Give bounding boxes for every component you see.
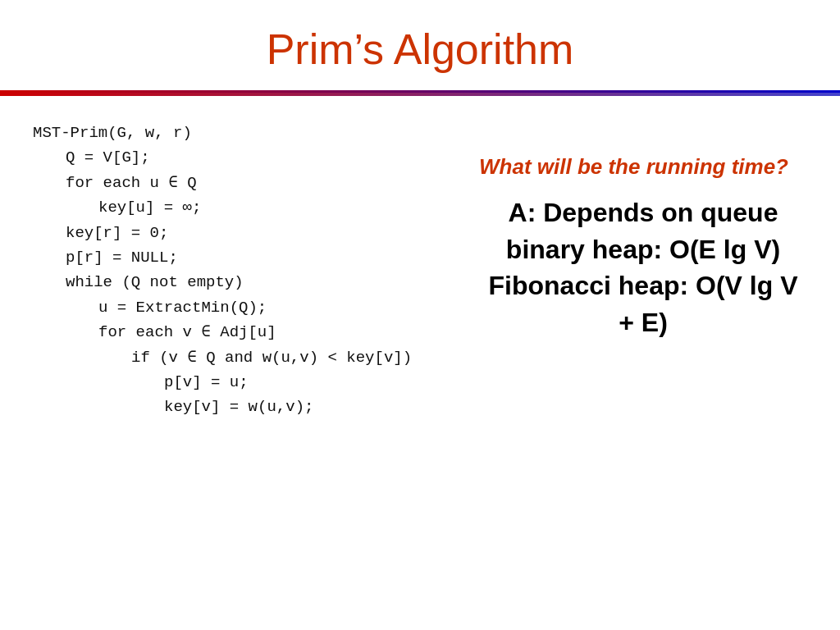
slide-title: Prim’s Algorithm	[33, 25, 807, 74]
code-line-6: while (Q not empty)	[33, 270, 463, 294]
code-line-0: MST-Prim(G, w, r)	[33, 121, 463, 145]
code-line-7: u = ExtractMin(Q);	[33, 295, 463, 320]
code-section: MST-Prim(G, w, r) Q = V[G]; for each u ∈…	[33, 121, 463, 614]
code-line-9: if (v ∈ Q and w(u,v) < key[v])	[33, 345, 463, 370]
title-area: Prim’s Algorithm	[0, 0, 840, 93]
code-line-5: p[r] = NULL;	[33, 245, 463, 270]
code-line-3: key[u] = ∞;	[33, 195, 463, 220]
code-line-8: for each v ∈ Adj[u]	[33, 320, 463, 345]
code-line-4: key[r] = 0;	[33, 221, 463, 245]
answer-line-1: A: Depends on queue	[479, 194, 807, 231]
answer-line-2: binary heap: O(E lg V)	[479, 231, 807, 268]
content-area: MST-Prim(G, w, r) Q = V[G]; for each u ∈…	[0, 96, 840, 630]
code-line-10: p[v] = u;	[33, 370, 463, 395]
answer-line-3: Fibonacci heap: O(V lg V + E)	[479, 267, 807, 341]
answer-text: A: Depends on queue binary heap: O(E lg …	[479, 194, 807, 341]
code-line-11: key[v] = w(u,v);	[33, 395, 463, 419]
running-time-question: What will be the running time?	[479, 153, 807, 181]
slide: Prim’s Algorithm MST-Prim(G, w, r) Q = V…	[0, 0, 840, 630]
code-line-2: for each u ∈ Q	[33, 171, 463, 195]
code-line-1: Q = V[G];	[33, 145, 463, 170]
right-annotation: What will be the running time? A: Depend…	[463, 121, 807, 614]
